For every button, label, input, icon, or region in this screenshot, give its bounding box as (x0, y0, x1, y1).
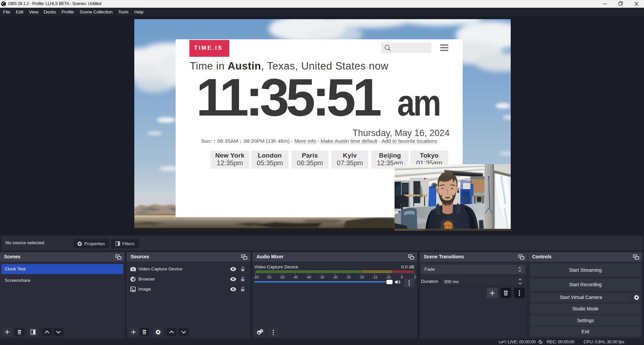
svg-text:-10: -10 (386, 275, 391, 279)
svg-text:-30: -30 (333, 275, 338, 279)
svg-text:-5: -5 (400, 275, 403, 279)
svg-text:-55: -55 (266, 275, 271, 279)
svg-text:-45: -45 (293, 275, 298, 279)
svg-text:-20: -20 (359, 275, 364, 279)
svg-text:-25: -25 (346, 275, 351, 279)
svg-text:-40: -40 (306, 275, 311, 279)
svg-text:-50: -50 (280, 275, 285, 279)
svg-text:-35: -35 (319, 275, 324, 279)
svg-text:-60: -60 (254, 275, 259, 279)
svg-text:0: 0 (414, 275, 416, 279)
svg-text:-15: -15 (372, 275, 377, 279)
